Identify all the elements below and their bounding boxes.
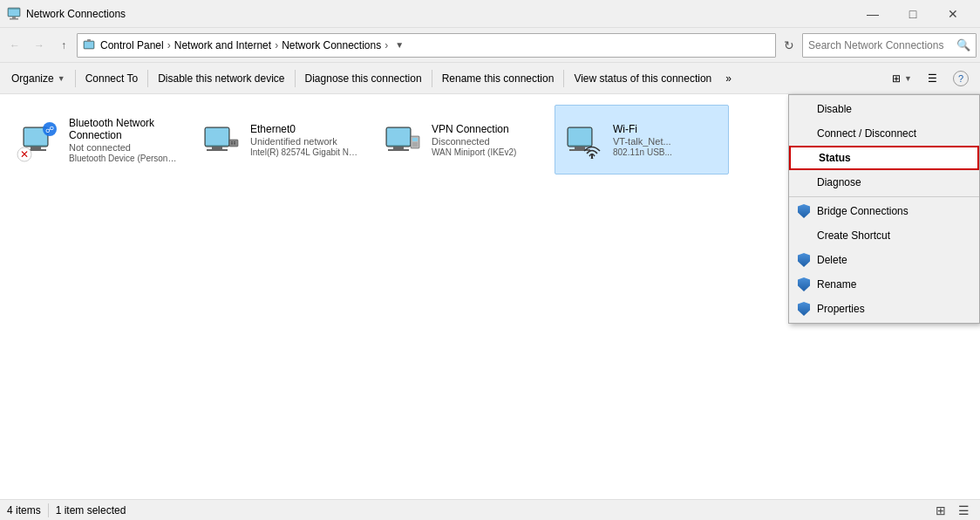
help-icon: ? xyxy=(953,71,969,86)
ethernet-icon xyxy=(200,119,242,161)
search-icon: 🔍 xyxy=(956,38,970,51)
ctx-properties[interactable]: Properties xyxy=(789,297,979,321)
status-bar: 4 items 1 item selected ⊞ ☰ xyxy=(0,499,980,520)
maximize-button[interactable]: □ xyxy=(893,0,933,28)
breadcrumb-arrow[interactable]: ▼ xyxy=(395,40,404,50)
list-item[interactable]: ☍ ✕ Bluetooth Network Connection Not con… xyxy=(10,105,185,174)
svg-rect-34 xyxy=(569,149,590,151)
list-item[interactable]: Wi-Fi VT-talk_Net... 802.11n USB... xyxy=(555,105,729,174)
breadcrumb-controlpanel[interactable]: Control Panel xyxy=(100,39,164,51)
svg-rect-20 xyxy=(231,141,233,143)
svg-rect-22 xyxy=(231,143,233,145)
svg-rect-2 xyxy=(10,18,18,20)
rename-button[interactable]: Rename this connection xyxy=(434,66,562,91)
toolbar-separator-3 xyxy=(295,70,296,87)
more-button[interactable]: » xyxy=(719,66,738,91)
svg-rect-26 xyxy=(393,147,404,149)
ctx-rename[interactable]: Rename xyxy=(789,272,979,297)
svg-text:✕: ✕ xyxy=(20,148,29,161)
ctx-status-label: Status xyxy=(819,152,851,164)
wifi-icon xyxy=(562,119,604,161)
breadcrumb: Control Panel › Network and Internet › N… xyxy=(77,33,776,58)
address-bar: ← → ↑ Control Panel › Network and Intern… xyxy=(0,28,980,63)
item-count: 4 items xyxy=(7,504,41,517)
toolbar-separator-1 xyxy=(75,70,76,87)
shield-icon xyxy=(796,277,812,292)
title-bar: Network Connections — □ ✕ xyxy=(0,0,980,28)
svg-rect-1 xyxy=(12,17,16,18)
toolbar: Organize ▼ Connect To Disable this netwo… xyxy=(0,63,980,94)
minimize-button[interactable]: — xyxy=(853,0,893,28)
ctx-shortcut-label: Create Shortcut xyxy=(817,229,890,242)
disable-button[interactable]: Disable this network device xyxy=(150,66,292,91)
svg-rect-21 xyxy=(234,141,235,143)
help-button[interactable]: ? xyxy=(945,66,977,91)
breadcrumb-networkconnections[interactable]: Network Connections xyxy=(282,39,381,51)
view-status-button[interactable]: View status of this connection xyxy=(566,66,719,91)
vpn-icon xyxy=(381,119,423,161)
organize-button[interactable]: Organize ▼ xyxy=(3,66,73,91)
svg-rect-3 xyxy=(9,10,19,16)
window-title: Network Connections xyxy=(26,8,853,20)
svg-point-35 xyxy=(591,158,594,160)
context-menu-separator xyxy=(789,196,979,197)
ctx-properties-label: Properties xyxy=(817,303,865,315)
up-button[interactable]: ↑ xyxy=(52,33,75,58)
close-button[interactable]: ✕ xyxy=(933,0,973,28)
ctx-diagnose[interactable]: Diagnose xyxy=(789,170,979,195)
ctx-disable[interactable]: Disable xyxy=(789,97,979,121)
vpn-info: VPN Connection Disconnected WAN Miniport… xyxy=(432,123,540,157)
diagnose-button[interactable]: Diagnose this connection xyxy=(297,66,430,91)
details-icon: ☰ xyxy=(928,72,937,85)
list-item[interactable]: VPN Connection Disconnected WAN Miniport… xyxy=(373,105,548,174)
status-separator xyxy=(48,503,49,517)
svg-rect-30 xyxy=(412,142,418,147)
svg-rect-18 xyxy=(207,149,228,151)
toolbar-separator-5 xyxy=(563,70,564,87)
view-menu-button[interactable]: ⊞ ▼ xyxy=(884,66,920,91)
svg-rect-29 xyxy=(412,138,418,141)
refresh-button[interactable]: ↻ xyxy=(778,33,800,58)
content-area: ☍ ✕ Bluetooth Network Connection Not con… xyxy=(0,94,980,499)
svg-rect-23 xyxy=(234,143,235,145)
search-box: 🔍 xyxy=(802,33,977,58)
ctx-connect[interactable]: Connect / Disconnect xyxy=(789,121,979,146)
svg-rect-27 xyxy=(388,149,409,151)
ctx-bridge[interactable]: Bridge Connections xyxy=(789,199,979,223)
shield-icon xyxy=(796,252,812,268)
svg-rect-5 xyxy=(87,39,91,42)
ctx-rename-label: Rename xyxy=(817,278,856,291)
ctx-disable-label: Disable xyxy=(817,103,852,115)
shield-icon xyxy=(796,301,812,317)
view-controls: ⊞ ☰ xyxy=(931,502,973,519)
list-item[interactable]: Ethernet0 Unidentified network Intel(R) … xyxy=(192,105,366,174)
ctx-status[interactable]: Status xyxy=(789,146,979,170)
svg-rect-16 xyxy=(206,128,228,145)
context-menu: Disable Connect / Disconnect Status Diag… xyxy=(788,94,980,324)
breadcrumb-icon xyxy=(83,38,97,52)
ctx-shortcut[interactable]: Create Shortcut xyxy=(789,223,979,248)
organize-chevron: ▼ xyxy=(58,74,65,83)
search-input[interactable] xyxy=(808,39,956,51)
bluetooth-icon: ☍ ✕ xyxy=(18,119,60,161)
breadcrumb-networkinternet[interactable]: Network and Internet xyxy=(174,39,271,51)
svg-rect-25 xyxy=(387,128,410,145)
app-icon xyxy=(7,7,21,21)
connect-to-button[interactable]: Connect To xyxy=(78,66,146,91)
details-button[interactable]: ☰ xyxy=(920,66,945,91)
shield-icon xyxy=(796,203,812,219)
ctx-connect-label: Connect / Disconnect xyxy=(817,127,916,140)
view-menu-icon: ⊞ xyxy=(892,72,901,85)
ctx-delete[interactable]: Delete xyxy=(789,248,979,272)
forward-button[interactable]: → xyxy=(28,33,51,58)
window-controls: — □ ✕ xyxy=(853,0,973,28)
svg-rect-33 xyxy=(575,147,585,149)
selected-count: 1 item selected xyxy=(56,504,126,517)
list-view-button[interactable]: ☰ xyxy=(954,502,973,519)
grid-view-button[interactable]: ⊞ xyxy=(931,502,950,519)
ethernet-info: Ethernet0 Unidentified network Intel(R) … xyxy=(250,123,358,157)
toolbar-separator-2 xyxy=(147,70,148,87)
wifi-info: Wi-Fi VT-talk_Net... 802.11n USB... xyxy=(613,123,721,157)
ctx-diagnose-label: Diagnose xyxy=(817,176,861,188)
back-button[interactable]: ← xyxy=(3,33,26,58)
